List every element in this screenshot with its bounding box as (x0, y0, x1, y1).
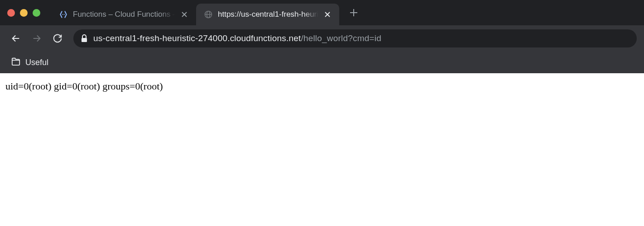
tab-inactive[interactable]: Functions – Cloud Functions – (51, 4, 196, 25)
tab-active[interactable]: https://us-central1-fresh-heuri (196, 4, 339, 25)
url-path: /hello_world?cmd=id (301, 33, 381, 43)
address-bar[interactable]: us-central1-fresh-heuristic-274000.cloud… (73, 29, 637, 47)
folder-icon (11, 57, 21, 68)
tab-close-button[interactable] (323, 10, 332, 19)
url-text: us-central1-fresh-heuristic-274000.cloud… (93, 33, 381, 43)
toolbar: us-central1-fresh-heuristic-274000.cloud… (0, 25, 644, 52)
tab-bar: Functions – Cloud Functions – https://us… (0, 0, 644, 25)
svg-rect-13 (82, 38, 87, 42)
tab-title: https://us-central1-fresh-heuri (218, 10, 318, 19)
svg-point-0 (62, 14, 63, 15)
svg-point-1 (64, 14, 65, 15)
forward-button[interactable] (28, 30, 45, 47)
response-text: uid=0(root) gid=0(root) groups=0(root) (5, 80, 163, 92)
url-host: us-central1-fresh-heuristic-274000.cloud… (93, 33, 301, 43)
reload-button[interactable] (49, 30, 66, 47)
lock-icon (81, 34, 88, 42)
back-button[interactable] (7, 30, 24, 47)
window-minimize-button[interactable] (20, 9, 28, 17)
browser-chrome: Functions – Cloud Functions – https://us… (0, 0, 644, 73)
bookmark-bar: Useful (0, 52, 644, 73)
tab-title: Functions – Cloud Functions – (73, 10, 175, 19)
bookmark-folder-useful[interactable]: Useful (7, 55, 52, 70)
window-close-button[interactable] (7, 9, 15, 17)
cloud-functions-favicon (58, 9, 68, 19)
bookmark-label: Useful (25, 58, 48, 67)
window-maximize-button[interactable] (33, 9, 40, 17)
tab-close-button[interactable] (180, 10, 189, 19)
new-tab-button[interactable] (345, 4, 363, 22)
window-controls (7, 9, 51, 17)
globe-favicon (203, 9, 213, 19)
page-body: uid=0(root) gid=0(root) groups=0(root) (0, 73, 644, 99)
